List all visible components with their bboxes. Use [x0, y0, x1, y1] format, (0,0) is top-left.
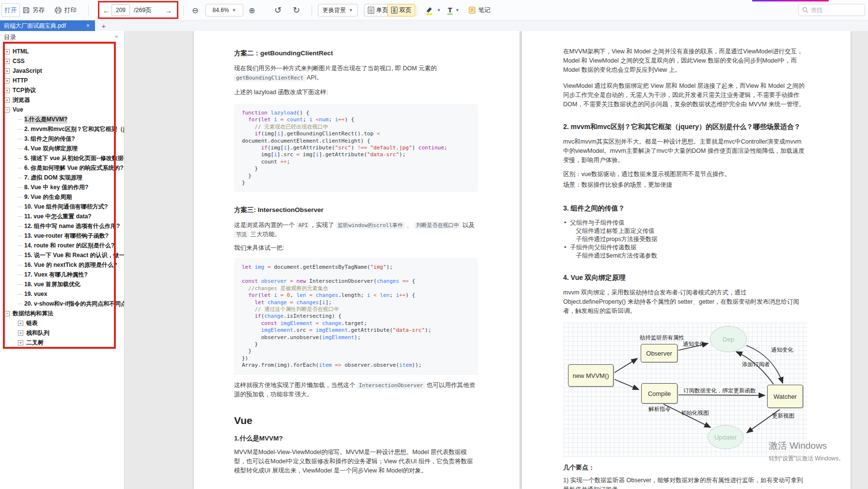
toc-item-label: HTML	[13, 48, 29, 55]
diagram-label: 解析指令	[648, 406, 671, 413]
toolbar-separator	[417, 5, 417, 16]
toc-item[interactable]: +CSS	[0, 56, 124, 66]
tree-expand-icon[interactable]: +	[18, 340, 23, 345]
tree-expand-icon[interactable]: +	[4, 98, 10, 103]
toc-item[interactable]: +链表	[0, 318, 124, 328]
toc-item[interactable]: 17. Vuex 有哪几种属性?	[0, 270, 124, 279]
toc-item[interactable]: +TCP协议	[0, 85, 124, 95]
highlighter-tool-button[interactable]: ▼	[425, 0, 441, 20]
paragraph: 现在我们用另外一种方式来判断图片是否出现在了当前视口, 即 DOM 元素的 ge…	[234, 64, 478, 82]
tab-title: 前端大厂面试题宝典.pdf	[4, 22, 85, 30]
tree-expand-icon[interactable]: +	[4, 49, 10, 54]
toc-item[interactable]: 14. route 和 router 的区别是什么?	[0, 241, 124, 250]
document-canvas[interactable]: 方案二：getBoundingClientRect 现在我们用另外一种方式来判断…	[125, 31, 868, 489]
search-box[interactable]	[798, 4, 865, 16]
toc-item[interactable]: 4. Vue 双向绑定原理	[0, 144, 124, 153]
text-color-tool-button[interactable]: T ▼	[447, 0, 459, 20]
zoom-level-select[interactable]: 84.6% ▼	[205, 4, 243, 16]
tree-connector	[18, 304, 22, 304]
toc-item[interactable]: +浏览器	[0, 95, 124, 105]
tree-collapse-icon[interactable]: −	[4, 311, 10, 316]
diagram-node-dep: Dep	[710, 326, 747, 352]
toc-item[interactable]: 7. 虚拟 DOM 实现原理	[0, 173, 124, 182]
search-input[interactable]	[811, 7, 859, 14]
print-icon	[54, 6, 62, 14]
tree-connector	[18, 158, 22, 159]
save-as-button[interactable]: 另存	[22, 0, 45, 20]
tree-collapse-icon[interactable]: −	[4, 107, 10, 113]
zoom-in-button[interactable]: ⊕	[249, 0, 255, 20]
windows-activation-watermark: 激活 Windows 转到“设置”以激活 Windows。	[769, 440, 844, 463]
double-page-button[interactable]: 双页	[387, 4, 415, 16]
bullet-sub-item: 父组件通过标签上面定义传值	[563, 227, 807, 235]
tree-expand-icon[interactable]: +	[4, 68, 10, 74]
tree-connector	[18, 226, 22, 227]
tab-close-icon[interactable]: ×	[85, 22, 91, 29]
toc-item[interactable]: 6. 你是如何理解 Vue 的响应式系统的?	[0, 163, 124, 173]
toc-item[interactable]: +二叉树	[0, 338, 124, 347]
toc-item[interactable]: 19. vuex	[0, 289, 124, 299]
toc-item[interactable]: −数据结构和算法	[0, 309, 124, 318]
toc-close-icon[interactable]: ×	[114, 33, 118, 40]
page-number-input[interactable]	[111, 4, 130, 16]
chevron-down-icon: ▼	[455, 8, 459, 13]
diagram-node-new-mvvm: new MVVM()	[568, 364, 614, 387]
tree-connector	[18, 284, 22, 285]
print-button[interactable]: 打印	[54, 0, 77, 20]
toc-item[interactable]: −Vue	[0, 105, 124, 114]
toc-title: 目录	[4, 33, 16, 42]
code-block-lazyload: function lazyload() { for(let i = count;…	[234, 104, 478, 192]
toc-item[interactable]: 5. 描述下 vue 从初始化页面--修改数据--	[0, 153, 124, 163]
tree-expand-icon[interactable]: +	[4, 78, 10, 83]
tree-expand-icon[interactable]: +	[4, 59, 10, 64]
page-total-label: /269页	[134, 0, 152, 20]
toc-item[interactable]: 3. 组件之间的传值?	[0, 134, 124, 144]
toc-item[interactable]: +栈和队列	[0, 328, 124, 338]
toc-item[interactable]: 11. vue 中怎么重置 data?	[0, 212, 124, 221]
open-button[interactable]: 打开	[1, 3, 20, 17]
tab-document[interactable]: 前端大厂面试题宝典.pdf ×	[0, 20, 95, 31]
toc-tree: +HTML+CSS+JavaScript+HTTP+TCP协议+浏览器−Vue1…	[0, 44, 124, 347]
rotate-left-icon[interactable]: ↺	[274, 0, 282, 20]
toc-item[interactable]: 13. vue-router 有哪些钩子函数?	[0, 231, 124, 241]
tree-expand-icon[interactable]: +	[18, 321, 23, 326]
watermark-line1: 激活 Windows	[769, 440, 844, 452]
change-background-button[interactable]: 更换背景 ▼	[318, 4, 358, 16]
toc-item[interactable]: 18. vue 首屏加载优化	[0, 279, 124, 289]
previous-page-button[interactable]: ←	[103, 0, 110, 20]
tree-expand-icon[interactable]: +	[4, 88, 10, 93]
change-background-label: 更换背景	[323, 6, 346, 15]
rotate-right-icon[interactable]: ↻	[293, 0, 300, 20]
single-page-icon	[368, 7, 374, 14]
toc-item-label: 15. 说一下 Vue 和 React 的认识，做一	[24, 251, 125, 260]
text-tool-icon: T	[447, 6, 453, 15]
section-heading: 方案二：getBoundingClientRect	[234, 49, 478, 58]
diagram-label: 添加订阅者	[742, 361, 770, 368]
chevron-down-icon: ▼	[232, 8, 237, 13]
toc-item[interactable]: +JavaScript	[0, 66, 124, 76]
toc-item[interactable]: 1.什么是MVVM?	[0, 114, 124, 124]
toc-item[interactable]: 9. Vue 的生命周期	[0, 192, 124, 202]
inline-code: getBoundingClientRect	[234, 74, 305, 82]
tree-expand-icon[interactable]: +	[18, 330, 23, 336]
toc-item[interactable]: 2. mvvm和mvc区别？它和其它框架（jquery）	[0, 124, 124, 134]
toc-item[interactable]: 8. Vue 中 key 值的作用?	[0, 182, 124, 192]
toc-item-label: 13. vue-router 有哪些钩子函数?	[24, 232, 109, 240]
notes-button[interactable]: 笔记	[468, 0, 490, 20]
paragraph: 这是浏览器内置的一个 API，实现了 监听window的scroll事件 、 判…	[234, 221, 478, 239]
question-heading: 3. 组件之间的传值？	[563, 204, 807, 213]
new-tab-button[interactable]: +	[98, 20, 109, 31]
toc-item[interactable]: 16. Vue 的 nextTick 的原理是什么?	[0, 260, 124, 270]
next-page-button[interactable]: →	[165, 0, 172, 20]
toc-item[interactable]: 20. v-show和v-if指令的共同点和不同点	[0, 299, 124, 309]
toc-item[interactable]: +HTTP	[0, 76, 124, 85]
paragraph: ViewModel 通过双向数据绑定把 View 层和 Model 层连接了起来…	[563, 82, 807, 109]
toc-item-label: 14. route 和 router 的区别是什么?	[24, 242, 114, 250]
bullet-item: 子组件向父组件传递数据	[563, 244, 807, 252]
toc-item-label: 1.什么是MVVM?	[24, 115, 67, 124]
toc-item[interactable]: 10. Vue 组件间通信有哪些方式?	[0, 202, 124, 212]
zoom-out-button[interactable]: ⊖	[192, 0, 198, 20]
toc-item[interactable]: 12. 组件中写 name 选项有什么作用?	[0, 221, 124, 231]
toc-item[interactable]: +HTML	[0, 47, 124, 56]
toc-item[interactable]: 15. 说一下 Vue 和 React 的认识，做一	[0, 250, 124, 260]
